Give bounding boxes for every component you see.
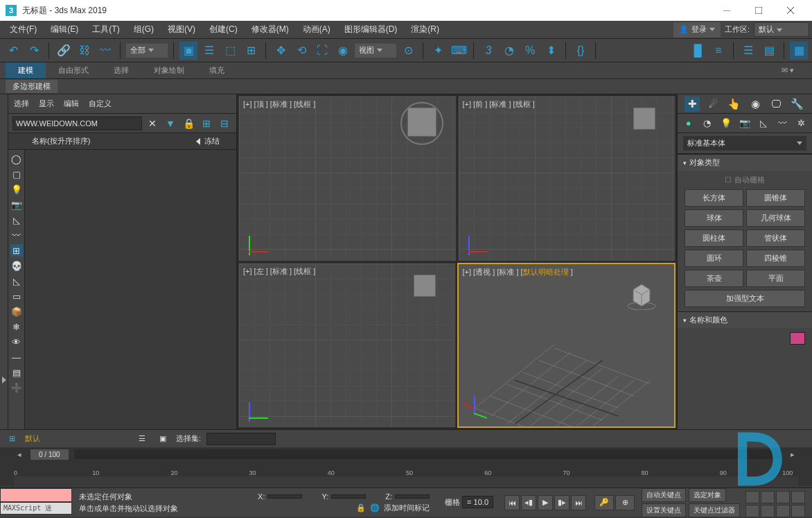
torus-button[interactable]: 圆环 [685,250,743,267]
exp-tab-select[interactable]: 选择 [14,98,29,109]
viewcube[interactable] [407,107,436,137]
filter-shape-icon[interactable]: ◺ [10,275,23,287]
next-frame[interactable]: ▮▸ [554,495,570,510]
filter-geom-icon[interactable]: ▢ [10,168,23,180]
pyramid-button[interactable]: 四棱锥 [746,250,805,267]
mini-track[interactable] [0,488,72,502]
menu-edit[interactable]: 编辑(E) [44,21,85,38]
x-field[interactable] [267,494,302,499]
ribbon-tab-paint[interactable]: 对象绘制 [141,62,197,78]
plane-button[interactable]: 平面 [746,270,805,287]
clear-search-button[interactable]: ✕ [145,116,160,131]
viewport-top[interactable]: [+] [顶 ] [标准 ] [线框 ] [238,96,457,261]
lock-icon[interactable]: 🔒 [181,116,196,131]
layers-icon[interactable]: ☰ [134,431,150,447]
filter-ref-icon[interactable]: ▭ [10,290,23,302]
filter-list-icon[interactable]: ▤ [10,366,23,379]
ref-coord-select[interactable]: 视图 [355,44,396,58]
view-a-button[interactable]: ⊞ [199,116,214,131]
menu-view[interactable]: 视图(V) [161,21,202,38]
filter-container-icon[interactable]: 📦 [10,305,23,318]
selection-set-input[interactable] [206,433,276,445]
filter-space-icon[interactable]: 〰 [10,229,23,241]
hierarchy-tab[interactable]: 👆 [727,96,742,112]
exp-tab-display[interactable]: 显示 [39,98,54,109]
poly-modeling-button[interactable]: 多边形建模 [6,80,58,93]
filter-button[interactable]: ▼ [163,116,178,131]
filter-cam-icon[interactable]: 📷 [10,198,23,211]
expand-icon[interactable] [2,377,6,383]
sphere-button[interactable]: 球体 [685,209,743,227]
ribbon-mail-icon[interactable]: ✉ ▾ [769,63,806,78]
ribbon-tab-freeform[interactable]: 自由形式 [46,62,101,78]
helper-icon[interactable]: ◺ [757,116,770,130]
teapot-button[interactable]: 茶壶 [685,270,743,287]
exp-tab-custom[interactable]: 自定义 [89,98,112,109]
filter-frozen-icon[interactable]: ❄ [10,320,23,333]
move-button[interactable]: ✥ [272,42,290,60]
goto-end[interactable]: ⏭ [571,495,586,510]
geosphere-button[interactable]: 几何球体 [746,209,805,227]
menu-file[interactable]: 文件(F) [3,21,44,38]
ribbon-tab-fill[interactable]: 填充 [197,62,237,78]
close-button[interactable] [775,0,806,21]
col-freeze[interactable]: 冻结 [204,136,220,146]
placement-button[interactable]: ◉ [334,42,352,60]
named-sel-button[interactable]: {} [572,42,590,60]
ribbon-tab-select[interactable]: 选择 [101,62,141,78]
mirror-button[interactable]: ▐▌ [689,42,707,60]
z-field[interactable] [395,494,430,499]
search-input[interactable] [12,116,142,130]
redo-button[interactable]: ↷ [25,42,43,60]
viewport-layout-button[interactable]: ⊞ [4,431,19,447]
viewcube[interactable] [633,107,655,130]
display-tab[interactable]: 🖵 [768,96,784,112]
menu-tools[interactable]: 工具(T) [85,21,126,38]
menu-create[interactable]: 创建(C) [202,21,245,38]
motion-tab[interactable]: ◉ [748,96,763,112]
col-name[interactable]: 名称(按升序排序) [32,136,196,146]
keyboard-button[interactable]: ⌨ [450,42,468,60]
autogrid-check[interactable]: 自动栅格 [685,175,805,189]
snap-toggle[interactable]: 3 [479,42,497,60]
camera-icon[interactable]: 📷 [738,116,751,130]
maximize-button[interactable] [743,0,775,21]
select-button[interactable]: ▣ [179,42,197,60]
dolly-button[interactable] [776,505,790,517]
filter-all-icon[interactable]: ◯ [10,153,23,165]
filter-add-icon[interactable]: ➕ [10,381,23,394]
geom-icon[interactable]: ● [682,116,695,130]
time-prev[interactable]: ◂ [14,449,25,460]
menu-render[interactable]: 渲染(R) [404,21,446,38]
select-name-button[interactable]: ☰ [200,42,218,60]
box-button[interactable]: 长方体 [685,189,743,207]
viewcube[interactable] [414,275,436,297]
viewport-perspective[interactable]: [+] [透视 ] [标准 ] [默认明暗处理 ] [457,263,676,429]
ribbon-toggle[interactable]: ▦ [790,42,808,60]
isolate-icon[interactable]: ▣ [155,431,170,447]
viewport-left[interactable]: [+] [左 ] [标准 ] [线框 ] [238,263,456,429]
layer-default[interactable]: 默认 [25,433,40,444]
viewport-front[interactable]: [+] [前 ] [标准 ] [线框 ] [458,96,676,261]
play[interactable]: ▶ [538,495,553,510]
shape-icon[interactable]: ◔ [700,116,714,130]
keyfilter-button[interactable]: 关键点过滤器 [689,503,740,517]
percent-snap[interactable]: % [521,42,539,60]
color-swatch[interactable] [790,332,805,345]
filter-group-icon[interactable]: ⊞ [10,244,23,257]
maximize-vp-button[interactable] [791,505,805,517]
menu-modifiers[interactable]: 修改器(M) [245,21,296,38]
add-time-tag[interactable]: 添加时间标记 [384,503,430,513]
menu-group[interactable]: 组(G) [127,21,161,38]
zoom-button[interactable] [745,491,759,503]
time-slider-handle[interactable]: 0 / 100 [30,449,69,460]
autokey-button[interactable]: 自动关键点 [642,488,686,502]
ribbon-tab-modeling[interactable]: 建模 [6,62,46,78]
selection-filter[interactable]: 全部 [126,44,168,58]
filter-helper-icon[interactable]: ◺ [10,214,23,226]
tube-button[interactable]: 管状体 [746,230,805,247]
primitive-droplist[interactable]: 标准基本体 [678,133,812,154]
menu-animation[interactable]: 动画(A) [296,21,337,38]
bind-button[interactable]: 〰 [96,42,114,60]
prev-frame[interactable]: ◂▮ [521,495,536,510]
